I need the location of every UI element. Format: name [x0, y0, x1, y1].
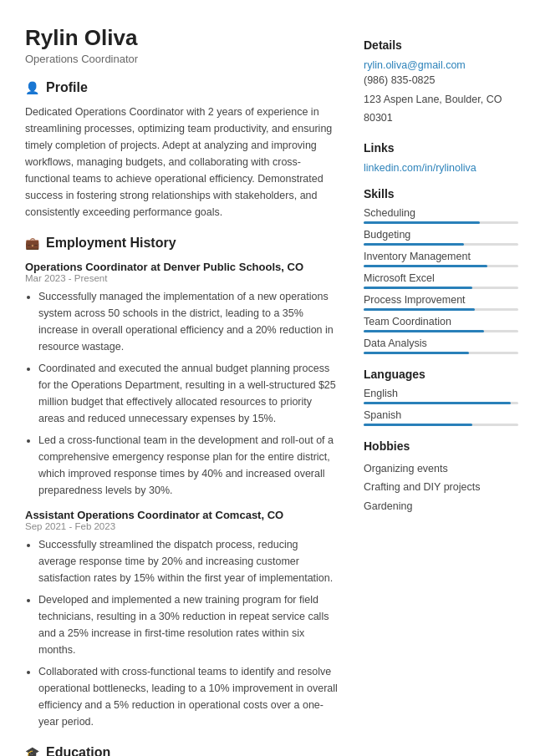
languages-heading: Languages: [364, 368, 518, 381]
languages-section: Languages English Spanish: [364, 368, 518, 426]
job-1-bullet-1: Successfully managed the implementation …: [38, 288, 339, 355]
skill-bar-fill-6: [364, 352, 469, 354]
linkedin-link[interactable]: linkedin.com/in/rylinoliva: [364, 162, 476, 174]
skill-name-6: Data Analysis: [364, 337, 518, 349]
skill-item-3: Microsoft Excel: [364, 272, 518, 289]
profile-icon: 👤: [25, 81, 39, 94]
skill-bar-fill-0: [364, 221, 480, 224]
skills-list: Scheduling Budgeting Inventory Managemen…: [364, 207, 518, 354]
employment-section: 💼 Employment History Operations Coordina…: [25, 236, 339, 730]
skill-item-6: Data Analysis: [364, 337, 518, 354]
address: 123 Aspen Lane, Boulder, CO 80301: [364, 90, 518, 128]
skill-item-0: Scheduling: [364, 207, 518, 224]
lang-name-0: English: [364, 388, 518, 399]
job-1-date: Mar 2023 - Present: [25, 273, 339, 283]
skill-bar-bg-6: [364, 352, 518, 354]
skill-bar-bg-3: [364, 287, 518, 289]
skill-bar-bg-2: [364, 265, 518, 267]
details-heading: Details: [364, 38, 518, 52]
job-2-date: Sep 2021 - Feb 2023: [25, 521, 339, 531]
hobby-item-2: Gardening: [364, 497, 518, 516]
hobbies-section: Hobbies Organizing eventsCrafting and DI…: [364, 439, 518, 516]
job-2-bullets: Successfully streamlined the dispatch pr…: [25, 536, 339, 730]
lang-bar-bg-1: [364, 424, 518, 426]
skill-bar-fill-2: [364, 265, 487, 267]
hobby-item-1: Crafting and DIY projects: [364, 478, 518, 497]
resume-header: Rylin Oliva Operations Coordinator: [25, 25, 339, 65]
lang-bar-fill-0: [364, 402, 511, 404]
right-column: Details rylin.oliva@gmail.com (986) 835-…: [364, 25, 518, 756]
skill-item-1: Budgeting: [364, 229, 518, 246]
skills-section: Skills Scheduling Budgeting Inventory Ma…: [364, 187, 518, 354]
candidate-name: Rylin Oliva: [25, 25, 339, 51]
links-heading: Links: [364, 141, 518, 155]
skill-bar-bg-1: [364, 243, 518, 246]
hobbies-list: Organizing eventsCrafting and DIY projec…: [364, 459, 518, 516]
job-2-title: Assistant Operations Coordinator at Comc…: [25, 509, 339, 521]
skills-heading: Skills: [364, 187, 518, 200]
hobbies-heading: Hobbies: [364, 439, 518, 453]
skill-bar-bg-5: [364, 330, 518, 332]
education-heading: 🎓 Education: [25, 745, 339, 756]
lang-item-1: Spanish: [364, 409, 518, 426]
skill-bar-fill-4: [364, 308, 475, 311]
employment-heading: 💼 Employment History: [25, 236, 339, 251]
left-column: Rylin Oliva Operations Coordinator 👤 Pro…: [25, 25, 339, 756]
profile-text: Dedicated Operations Coordinator with 2 …: [25, 104, 339, 221]
skill-name-5: Team Coordination: [364, 316, 518, 327]
job-1-bullets: Successfully managed the implementation …: [25, 288, 339, 499]
skill-item-5: Team Coordination: [364, 316, 518, 332]
skill-item-2: Inventory Management: [364, 251, 518, 267]
skill-name-3: Microsoft Excel: [364, 272, 518, 284]
skill-bar-fill-5: [364, 330, 484, 332]
job-2-bullet-2: Developed and implemented a new training…: [38, 591, 339, 658]
page-container: Rylin Oliva Operations Coordinator 👤 Pro…: [0, 0, 535, 756]
phone: (986) 835-0825: [364, 71, 518, 90]
lang-bar-bg-0: [364, 402, 518, 404]
lang-item-0: English: [364, 388, 518, 404]
links-section: Links linkedin.com/in/rylinoliva: [364, 141, 518, 174]
skill-name-0: Scheduling: [364, 207, 518, 219]
lang-name-1: Spanish: [364, 409, 518, 421]
hobby-item-0: Organizing events: [364, 459, 518, 479]
skill-item-4: Process Improvement: [364, 294, 518, 311]
skill-bar-fill-3: [364, 287, 472, 289]
skill-bar-bg-0: [364, 221, 518, 224]
job-1: Operations Coordinator at Denver Public …: [25, 261, 339, 499]
job-1-title: Operations Coordinator at Denver Public …: [25, 261, 339, 273]
skill-name-4: Process Improvement: [364, 294, 518, 306]
profile-heading: 👤 Profile: [25, 80, 339, 95]
job-2: Assistant Operations Coordinator at Comc…: [25, 509, 339, 730]
skill-name-2: Inventory Management: [364, 251, 518, 262]
education-section: 🎓 Education Bachelor of Business Adminis…: [25, 745, 339, 756]
skill-bar-fill-1: [364, 243, 464, 246]
employment-icon: 💼: [25, 236, 39, 250]
skill-name-1: Budgeting: [364, 229, 518, 241]
job-2-bullet-3: Collaborated with cross-functional teams…: [38, 663, 339, 730]
job-1-bullet-2: Coordinated and executed the annual budg…: [38, 360, 339, 427]
job-2-bullet-1: Successfully streamlined the dispatch pr…: [38, 536, 339, 586]
education-icon: 🎓: [25, 746, 39, 756]
languages-list: English Spanish: [364, 388, 518, 426]
job-1-bullet-3: Led a cross-functional team in the devel…: [38, 432, 339, 499]
details-section: Details rylin.oliva@gmail.com (986) 835-…: [364, 38, 518, 128]
lang-bar-fill-1: [364, 424, 472, 426]
candidate-title: Operations Coordinator: [25, 53, 339, 65]
profile-section: 👤 Profile Dedicated Operations Coordinat…: [25, 80, 339, 221]
skill-bar-bg-4: [364, 308, 518, 311]
email-link[interactable]: rylin.oliva@gmail.com: [364, 59, 466, 71]
